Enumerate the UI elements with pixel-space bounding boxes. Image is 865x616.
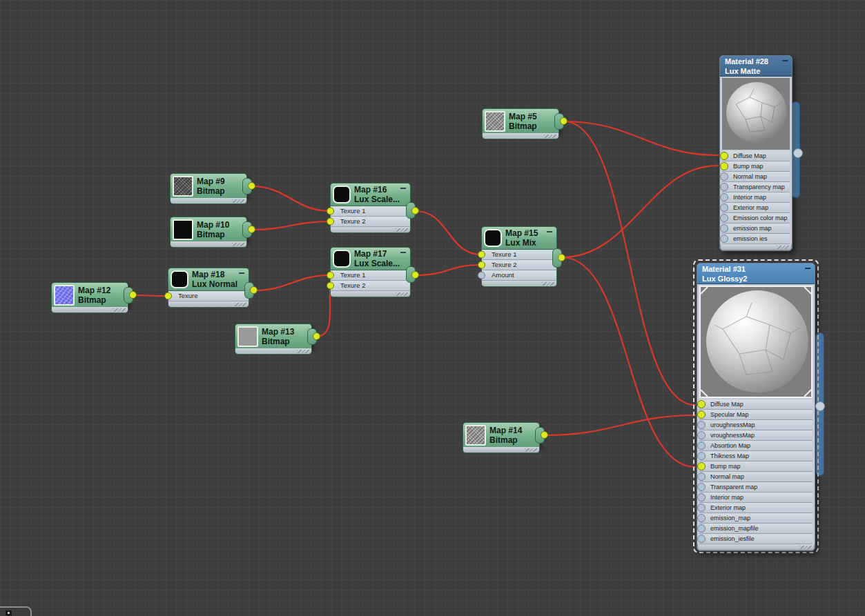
input-socket[interactable] [327,282,334,290]
input-socket[interactable] [697,483,706,491]
mat31-slot-diffuse-map[interactable]: Diffuse Map [699,399,813,410]
output-socket[interactable] [560,117,567,125]
wire-map17-map15-tex2[interactable] [416,265,481,275]
input-socket[interactable] [720,235,728,243]
node-graph-canvas[interactable]: Map #5 Bitmap Map #9 Bitmap Map #10 Bitm… [0,0,865,616]
resize-grip-icon[interactable] [544,135,556,138]
material-header[interactable]: Material #28 Lux Matte [720,56,792,77]
input-socket[interactable] [720,183,728,191]
mat28-slot-bump-map[interactable]: Bump map [722,161,790,172]
input-slot-texure2[interactable]: Texure 2 [481,260,557,270]
input-socket[interactable] [720,193,728,201]
mat31-slot-vroughness-map[interactable]: vroughnessMap [699,430,813,441]
node-map9[interactable]: Map #9 Bitmap [170,173,247,204]
wire-map16-map15-tex1[interactable] [416,211,481,255]
resize-grip-icon[interactable] [396,292,408,296]
collapse-icon[interactable] [805,268,810,269]
input-socket[interactable] [720,214,728,222]
input-slot-texure1[interactable]: Texure 1 [330,206,411,217]
node-material31[interactable]: Material #31 Lux Glossy2 [697,263,815,551]
input-socket[interactable] [164,292,172,300]
input-socket[interactable] [478,261,485,269]
input-socket[interactable] [327,272,334,279]
mat31-slot-transparent-map[interactable]: Transparent map [699,482,813,493]
input-slot-texure1[interactable]: Texure 1 [330,270,411,281]
input-socket[interactable] [720,224,728,232]
collapse-icon[interactable] [400,252,406,253]
input-socket[interactable] [720,172,728,181]
resize-grip-icon[interactable] [232,243,244,246]
output-socket[interactable] [558,254,565,261]
input-slot-texure2[interactable]: Texure 2 [330,217,411,227]
input-socket[interactable] [697,400,706,408]
resize-grip-icon[interactable] [777,246,789,249]
mat31-slot-exterior-map[interactable]: Exterior map [699,503,813,513]
input-socket[interactable] [478,272,485,279]
mat28-output-socket[interactable] [793,148,803,158]
input-socket[interactable] [697,535,706,543]
wire-map9-map16-tex1[interactable] [252,186,330,211]
node-map17[interactable]: Map #17 Lux Scale... Texure 1 Texure 2 [330,247,411,297]
input-socket[interactable] [697,514,706,522]
input-socket[interactable] [478,251,485,259]
mat31-slot-bump-map[interactable]: Bump map [699,461,813,472]
wire-map14-mat31-specular[interactable] [545,415,695,435]
mat31-slot-normal-map[interactable]: Normal map [699,472,813,482]
node-map15[interactable]: Map #15 Lux Mix Texure 1 Texure 2 Amount [481,226,557,287]
input-socket[interactable] [697,452,706,460]
wire-map13-map17-tex2[interactable] [317,287,330,337]
wire-map18-map17-tex1[interactable] [254,275,330,290]
input-socket[interactable] [697,441,706,450]
output-socket[interactable] [411,271,419,279]
mat31-slot-emission-map[interactable]: emission_map [699,513,813,524]
wire-map15-mat31-bump[interactable] [562,257,695,467]
mat28-slot-emission-ies[interactable]: emission ies [722,234,790,244]
mat28-slot-transparency-map[interactable]: Transparency map [722,182,790,192]
output-socket[interactable] [250,286,257,294]
output-socket[interactable] [248,226,255,233]
wire-map10-map16-tex2[interactable] [252,221,330,230]
input-socket[interactable] [697,504,706,512]
input-slot-texure[interactable]: Texure [168,291,249,301]
input-socket[interactable] [327,208,334,215]
node-map14[interactable]: Map #14 Bitmap [463,422,540,453]
input-slot-amount[interactable]: Amount [481,270,557,281]
output-socket[interactable] [411,207,419,215]
wire-map12-map18-texure[interactable] [133,295,168,296]
input-socket[interactable] [697,462,706,470]
node-map12[interactable]: Map #12 Bitmap [51,282,128,313]
node-map16[interactable]: Map #16 Lux Scale... Texure 1 Texure 2 [330,183,411,233]
input-socket[interactable] [697,421,706,429]
output-socket[interactable] [248,182,255,190]
collapse-icon[interactable] [782,60,788,61]
resize-grip-icon[interactable] [113,308,126,312]
material-header[interactable]: Material #31 Lux Glossy2 [697,264,815,284]
mat28-slot-interior-map[interactable]: Interior map [722,192,790,203]
mat31-slot-absortion-map[interactable]: Absortion Map [699,441,813,451]
resize-grip-icon[interactable] [542,282,554,286]
canvas-corner-widget[interactable] [0,606,32,616]
input-socket[interactable] [720,203,728,212]
wire-map5-mat28-diffuse[interactable] [564,121,718,155]
input-socket[interactable] [697,473,706,481]
collapse-icon[interactable] [547,231,552,232]
input-slot-texure2[interactable]: Texure 2 [330,281,411,291]
collapse-icon[interactable] [239,272,244,274]
mat28-slot-emission-map[interactable]: emission map [722,223,790,234]
input-slot-texure1[interactable]: Texure 1 [481,250,557,260]
output-socket[interactable] [313,332,320,340]
resize-grip-icon[interactable] [525,448,537,452]
mat28-slot-exterior-map[interactable]: Exterior map [722,203,790,213]
material-preview[interactable] [699,286,813,398]
resize-grip-icon[interactable] [396,228,408,232]
mat28-slot-diffuse-map[interactable]: Diffuse Map [722,151,790,161]
resize-grip-icon[interactable] [799,546,812,549]
resize-grip-icon[interactable] [297,350,309,353]
mat31-slot-interior-map[interactable]: Interior map [699,493,813,503]
node-map10[interactable]: Map #10 Bitmap [170,217,247,248]
collapse-icon[interactable] [400,188,406,189]
resize-grip-icon[interactable] [232,199,244,203]
node-map18[interactable]: Map #18 Lux Normal Texure [168,268,249,308]
node-material28[interactable]: Material #28 Lux Matte Diffuse Map [719,55,793,251]
wire-map15-mat28-bump[interactable] [562,166,718,257]
